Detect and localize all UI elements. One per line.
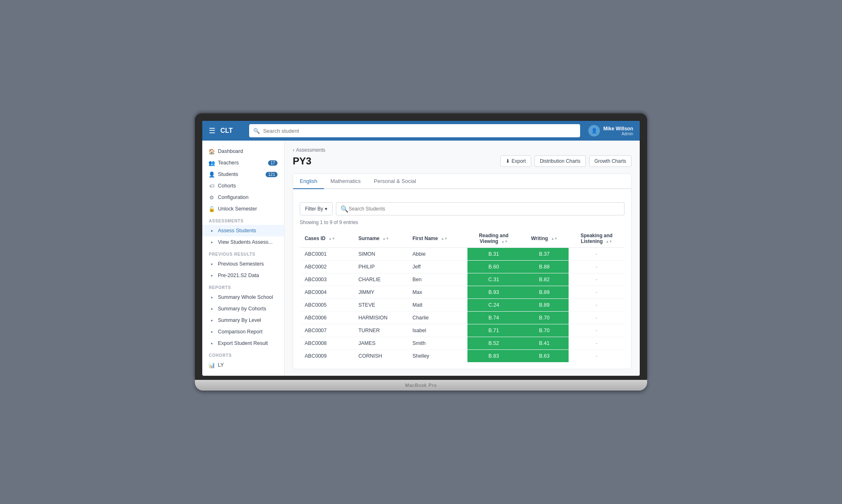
laptop-bezel: ☰ CLT 🔍 👤 Mike Willson Admin xyxy=(195,113,647,380)
cell-reading: B.71 xyxy=(467,324,520,337)
sidebar-label-unlock: Unlock Semester xyxy=(218,206,257,212)
laptop-base: MacBook Pro xyxy=(195,380,647,391)
sidebar-item-summary-level[interactable]: ▪ Summary By Level xyxy=(202,314,284,326)
cell-speaking: - xyxy=(569,299,625,312)
cell-surname: HARMISION xyxy=(354,312,408,324)
tab-personal-social[interactable]: Personal & Social xyxy=(367,174,423,189)
sort-icon[interactable]: ▲▼ xyxy=(382,237,389,240)
hamburger-icon[interactable]: ☰ xyxy=(209,126,215,135)
sidebar-item-cohorts[interactable]: 🏷 Cohorts xyxy=(202,180,284,192)
sidebar-item-teachers[interactable]: 👥 Teachers 17 xyxy=(202,157,284,169)
table-row[interactable]: ABC0006 HARMISION Charlie B.74 B.70 - xyxy=(300,312,625,324)
sidebar: 🏠 Dashboard 👥 Teachers 17 👤 Students 121 xyxy=(202,141,285,376)
sidebar-label-pre2021: Pre-2021.S2 Data xyxy=(218,273,259,278)
cell-first-name: Max xyxy=(407,286,467,299)
growth-charts-button[interactable]: Growth Charts xyxy=(589,155,632,167)
sort-icon[interactable]: ▲▼ xyxy=(441,237,448,240)
cell-reading: B.52 xyxy=(467,337,520,350)
sidebar-label-view-students: View Students Assess... xyxy=(218,239,273,245)
sidebar-item-previous-semesters[interactable]: ▪ Previous Semesters xyxy=(202,258,284,270)
cell-surname: CHARLIE xyxy=(354,273,408,286)
col-surname: Surname ▲▼ xyxy=(354,229,408,248)
screen: ☰ CLT 🔍 👤 Mike Willson Admin xyxy=(202,121,640,376)
table-row[interactable]: ABC0005 STEVE Matt C.24 B.89 - xyxy=(300,299,625,312)
cohorts-icon: 🏷 xyxy=(209,183,215,189)
sidebar-item-comparison[interactable]: ▪ Comparison Report xyxy=(202,326,284,338)
col-reading: Reading andViewing ▲▼ xyxy=(467,229,520,248)
table-header-row: Cases ID ▲▼ Surname ▲▼ First xyxy=(300,229,625,248)
table-row[interactable]: ABC0009 CORNISH Shelley B.83 B.63 - xyxy=(300,350,625,363)
sidebar-label-summary-level: Summary By Level xyxy=(218,317,261,323)
table-search-input[interactable] xyxy=(349,206,620,212)
sidebar-item-configuration[interactable]: ⚙ Configuration xyxy=(202,192,284,203)
filter-by-button[interactable]: Filter By ▾ xyxy=(300,202,333,215)
sidebar-item-assess-students[interactable]: ▪ Assess Students xyxy=(202,225,284,236)
sidebar-item-summary-whole-school[interactable]: ▪ Summary Whole School xyxy=(202,291,284,303)
sidebar-label-previous-semesters: Previous Semesters xyxy=(218,261,264,267)
cell-first-name: Charlie xyxy=(407,312,467,324)
app-body: 🏠 Dashboard 👥 Teachers 17 👤 Students 121 xyxy=(202,141,640,376)
sidebar-item-dashboard[interactable]: 🏠 Dashboard xyxy=(202,146,284,157)
table-row[interactable]: ABC0007 TURNER Isabel B.71 B.70 - xyxy=(300,324,625,337)
sort-icon[interactable]: ▲▼ xyxy=(328,237,335,240)
avatar: 👤 xyxy=(588,125,600,136)
cell-writing: B.70 xyxy=(520,312,569,324)
sidebar-label-teachers: Teachers xyxy=(218,160,239,166)
sidebar-item-view-students[interactable]: ▪ View Students Assess... xyxy=(202,236,284,248)
students-badge: 121 xyxy=(266,172,278,177)
laptop-wrapper: ☰ CLT 🔍 👤 Mike Willson Admin xyxy=(195,113,647,391)
summary-level-icon: ▪ xyxy=(209,317,215,323)
cell-first-name: Abbie xyxy=(407,248,467,261)
lock-icon: 🔓 xyxy=(209,206,215,212)
cell-speaking: - xyxy=(569,286,625,299)
teachers-badge: 17 xyxy=(268,160,278,166)
table-body: ABC0001 SIMON Abbie B.31 B.37 - ABC0002 … xyxy=(300,248,625,363)
cell-cases-id: ABC0008 xyxy=(300,337,354,350)
user-menu[interactable]: 👤 Mike Willson Admin xyxy=(588,125,633,136)
page-title: PY3 xyxy=(293,155,500,167)
assess-icon: ▪ xyxy=(209,228,215,234)
cell-first-name: Jeff xyxy=(407,261,467,273)
breadcrumb-text[interactable]: Assessments xyxy=(296,147,325,153)
sidebar-item-pre2021[interactable]: ▪ Pre-2021.S2 Data xyxy=(202,270,284,281)
tab-mathematics[interactable]: Mathematics xyxy=(324,174,368,189)
filter-chevron-icon: ▾ xyxy=(325,206,327,212)
sort-icon[interactable]: ▲▼ xyxy=(501,240,508,243)
sort-icon[interactable]: ▲▼ xyxy=(606,240,612,243)
sidebar-item-summary-cohorts[interactable]: ▪ Summary by Cohorts xyxy=(202,303,284,314)
cell-reading: C.31 xyxy=(467,273,520,286)
table-row[interactable]: ABC0008 JAMES Smith B.52 B.41 - xyxy=(300,337,625,350)
sidebar-label-dashboard: Dashboard xyxy=(218,148,243,154)
search-bar[interactable]: 🔍 xyxy=(249,124,581,137)
cell-writing: B.41 xyxy=(520,337,569,350)
sort-icon[interactable]: ▲▼ xyxy=(551,237,557,240)
cell-reading: B.74 xyxy=(467,312,520,324)
distribution-charts-button[interactable]: Distribution Charts xyxy=(534,155,586,167)
sidebar-item-export-result[interactable]: ▪ Export Student Result xyxy=(202,338,284,349)
cell-surname: SIMON xyxy=(354,248,408,261)
search-input[interactable] xyxy=(263,128,576,134)
cell-first-name: Isabel xyxy=(407,324,467,337)
cell-speaking: - xyxy=(569,248,625,261)
sidebar-item-ly[interactable]: 📊 LY xyxy=(202,359,284,371)
col-first-name: First Name ▲▼ xyxy=(407,229,467,248)
filter-row: Filter By ▾ 🔍 xyxy=(300,202,625,215)
table-row[interactable]: ABC0002 PHILIP Jeff B.60 B.88 - xyxy=(300,261,625,273)
export-button[interactable]: ⬇ Export xyxy=(500,155,531,167)
search-icon: 🔍 xyxy=(253,128,260,134)
students-table: Cases ID ▲▼ Surname ▲▼ First xyxy=(300,229,625,362)
cell-surname: PHILIP xyxy=(354,261,408,273)
col-writing: Writing ▲▼ xyxy=(520,229,569,248)
table-row[interactable]: ABC0004 JIMMY Max B.93 B.89 - xyxy=(300,286,625,299)
previous-results-section-label: PREVIOUS RESULTS xyxy=(202,248,284,258)
sidebar-label-ly: LY xyxy=(218,362,224,368)
table-row[interactable]: ABC0001 SIMON Abbie B.31 B.37 - xyxy=(300,248,625,261)
table-row[interactable]: ABC0003 CHARLIE Ben C.31 B.82 - xyxy=(300,273,625,286)
cell-writing: B.89 xyxy=(520,286,569,299)
table-search-wrapper[interactable]: 🔍 xyxy=(336,202,625,215)
sidebar-label-configuration: Configuration xyxy=(218,194,248,200)
cell-speaking: - xyxy=(569,350,625,363)
tab-english[interactable]: English xyxy=(293,174,324,189)
sidebar-item-students[interactable]: 👤 Students 121 xyxy=(202,169,284,180)
sidebar-item-unlock-semester[interactable]: 🔓 Unlock Semester xyxy=(202,203,284,215)
